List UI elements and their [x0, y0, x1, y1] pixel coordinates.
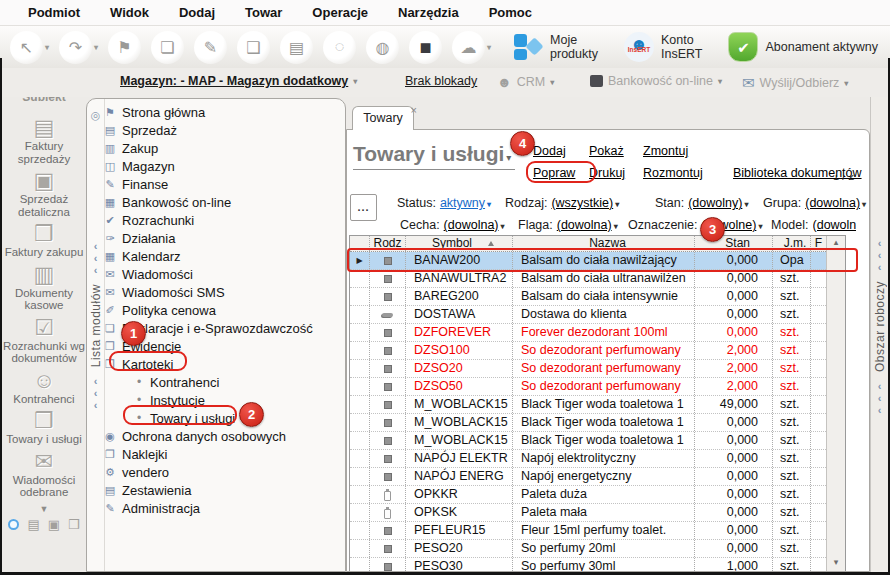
- table-row[interactable]: BANAWULTRA2Balsam do ciała ultranawilżen…: [350, 270, 826, 288]
- module-item-administracja[interactable]: ✎Administracja: [101, 499, 343, 517]
- module-item-kontrahenci[interactable]: •Kontrahenci: [101, 373, 343, 391]
- crm-dropdown[interactable]: ☻CRM▾: [497, 74, 554, 90]
- chevron-left-icon[interactable]: ‹: [878, 237, 882, 249]
- menu-item-narzędzia[interactable]: Narzędzia: [398, 5, 459, 20]
- table-row[interactable]: OPKSKPaleta mała0,000szt.: [350, 504, 826, 522]
- nav-pane-toggle-icon[interactable]: [8, 519, 19, 530]
- chevron-left-icon[interactable]: ‹: [878, 261, 882, 273]
- close-tab-icon[interactable]: ×: [411, 99, 417, 121]
- magazyn-selector[interactable]: Magazyn: - MAP - Magazyn dodatkowy▾: [120, 74, 357, 88]
- table-row[interactable]: NAPÓJ ELEKTRNapój elektrolityczny0,000sz…: [350, 450, 826, 468]
- table-row[interactable]: M_WOBLACK15Black Tiger woda toaletowa 14…: [350, 396, 826, 414]
- filter-status-value[interactable]: aktywny▾: [440, 196, 491, 210]
- sidebar-item-rozrachunki-wg-dokumentow[interactable]: ☑Rozrachunki wg dokumentów: [3, 316, 85, 365]
- chevron-left-icon[interactable]: ‹: [878, 392, 882, 404]
- sidebar-item-dokumenty-kasowe[interactable]: ▥Dokumenty kasowe: [3, 263, 85, 312]
- module-item-zakup[interactable]: ▥Zakup: [101, 139, 343, 157]
- table-row[interactable]: PESO30So perfumy 30ml1,000szt.: [350, 558, 826, 572]
- chevron-left-icon[interactable]: ‹: [878, 404, 882, 416]
- sidebar-item-kontrahenci[interactable]: ☺Kontrahenci: [3, 369, 85, 406]
- sidebar-item-wiadomosci-odebrane[interactable]: ✉Wiadomości odebrane: [3, 450, 85, 499]
- module-item-działania[interactable]: ✑Działania: [101, 229, 343, 247]
- module-item-rozrachunki[interactable]: ✔Rozrachunki: [101, 211, 343, 229]
- mini-sales-icon[interactable]: ▤: [27, 517, 39, 532]
- chevron-left-icon[interactable]: ‹: [878, 380, 882, 392]
- table-row[interactable]: OPKKRPaleta duża0,000szt.: [350, 486, 826, 504]
- menu-item-widok[interactable]: Widok: [110, 5, 149, 20]
- menu-item-towar[interactable]: Towar: [245, 5, 282, 20]
- pin-icon[interactable]: ◎: [91, 109, 101, 122]
- page-title[interactable]: Towary i usługi▾: [353, 142, 515, 170]
- globe-icon[interactable]: ◍: [366, 31, 399, 64]
- session-arrow-icon[interactable]: ↷▾: [59, 31, 98, 64]
- sidebar-item-sprzedaz-detaliczna[interactable]: ▣Sprzedaż detaliczna: [3, 169, 85, 218]
- module-item-kalendarz[interactable]: ▦Kalendarz: [101, 247, 343, 265]
- filter-options-button[interactable]: ...: [350, 194, 377, 221]
- brak-blokady-link[interactable]: Brak blokady: [405, 74, 477, 88]
- cloud-archive-icon[interactable]: ☁▾: [452, 31, 491, 64]
- filter-stan-value[interactable]: (dowolny)▾: [688, 196, 748, 210]
- pokaz-link[interactable]: Pokaż: [589, 144, 624, 158]
- collapse-chevrons[interactable]: ‹‹‹: [94, 375, 98, 411]
- preview-document-icon[interactable]: ❑: [237, 31, 270, 64]
- sidebar-item-faktury-zakupu[interactable]: ❒Faktury zakupu: [3, 222, 85, 259]
- bankowosc-dropdown[interactable]: Bankowość on-line▾: [590, 74, 722, 88]
- collapse-chevrons[interactable]: ‹‹‹: [878, 237, 882, 273]
- chevron-left-icon[interactable]: ‹: [94, 240, 98, 252]
- scroll-down-icon[interactable]: ▾: [827, 557, 845, 567]
- moje-produkty-button[interactable]: Moje produkty: [513, 32, 598, 62]
- sidebar-more-icon[interactable]: ▼: [40, 504, 49, 514]
- edit-document-icon[interactable]: ✎: [194, 31, 227, 64]
- cube-icon[interactable]: ■: [409, 31, 442, 64]
- module-item-bankowość-on-line[interactable]: ▦Bankowość on-line: [101, 193, 343, 211]
- table-row[interactable]: M_WOBLACK15Black Tiger woda toaletowa 10…: [350, 432, 826, 450]
- module-item-magazyn[interactable]: ◫Magazyn: [101, 157, 343, 175]
- printer-icon[interactable]: ▤: [280, 31, 313, 64]
- workspace-panel-strip[interactable]: ‹‹‹ Obszar roboczy ‹‹‹: [870, 97, 888, 572]
- konto-insert-button[interactable]: ☻InsERT Konto InsERT: [624, 32, 702, 62]
- module-item-wiadomości[interactable]: ✉Wiadomości: [101, 265, 343, 283]
- table-row[interactable]: M_WOBLACK15Black Tiger woda toaletowa 10…: [350, 414, 826, 432]
- mini-retail-icon[interactable]: ▣: [48, 517, 60, 532]
- chevron-left-icon[interactable]: ‹: [94, 387, 98, 399]
- dodaj-link[interactable]: Dodaj: [533, 144, 566, 158]
- table-row[interactable]: NAPÓJ ENERGNapój energetyczny0,000szt.: [350, 468, 826, 486]
- filter-model-value[interactable]: (dowoln: [813, 218, 857, 232]
- rozmontuj-link[interactable]: Rozmontuj: [643, 166, 703, 180]
- table-row[interactable]: PESO20So perfumy 20ml0,000szt.: [350, 540, 826, 558]
- table-scrollbar[interactable]: ▴ ▾: [826, 236, 845, 571]
- table-row[interactable]: PEFLEUR15Fleur 15ml perfumy toalet.0,000…: [350, 522, 826, 540]
- module-item-vendero[interactable]: ⚙vendero: [101, 463, 343, 481]
- filter-cecha-value[interactable]: (dowolna)▾: [444, 218, 505, 232]
- tab-towary[interactable]: Towary ×: [352, 106, 414, 130]
- menu-item-podmiot[interactable]: Podmiot: [28, 5, 80, 20]
- menu-item-operacje[interactable]: Operacje: [312, 5, 368, 20]
- table-row[interactable]: DOSTAWADostawa do klienta0,000szt.: [350, 306, 826, 324]
- filter-grupa-value[interactable]: (dowolna)▾: [805, 196, 866, 210]
- filter-flaga-value[interactable]: (dowolna)▾: [557, 218, 618, 232]
- filter-rodzaj-value[interactable]: (wszystkie)▾: [551, 196, 619, 210]
- menu-item-pomoc[interactable]: Pomoc: [489, 5, 532, 20]
- wyslij-odbierz-dropdown[interactable]: ✉Wyślij/Odbierz▾: [742, 74, 848, 92]
- table-row[interactable]: DZSO20So dezodorant perfumowany2,000szt.: [350, 360, 826, 378]
- new-document-icon[interactable]: ❏: [151, 31, 184, 64]
- table-row[interactable]: DZFOREVERForever dezodorant 100ml0,000sz…: [350, 324, 826, 342]
- zmontuj-link[interactable]: Zmontuj: [643, 144, 688, 158]
- module-item-strona-główna[interactable]: ⚑Strona główna: [101, 103, 343, 121]
- collapse-chevrons[interactable]: ‹‹‹: [94, 240, 98, 276]
- loading-dots-icon[interactable]: ◌: [323, 31, 356, 64]
- module-item-wiadomości-sms[interactable]: ✉Wiadomości SMS: [101, 283, 343, 301]
- table-row[interactable]: BAREG200Balsam do ciała intensywnie0,000…: [350, 288, 826, 306]
- module-item-finanse[interactable]: ✎Finanse: [101, 175, 343, 193]
- module-item-polityka-cenowa[interactable]: ✐Polityka cenowa: [101, 301, 343, 319]
- select-cursor-icon[interactable]: ↖▾: [10, 31, 49, 64]
- table-row[interactable]: DZSO100So dezodorant perfumowany2,000szt…: [350, 342, 826, 360]
- chevron-left-icon[interactable]: ‹: [94, 399, 98, 411]
- table-row[interactable]: DZSO50So dezodorant perfumowany2,000szt.: [350, 378, 826, 396]
- module-item-naklejki[interactable]: ❐Naklejki: [101, 445, 343, 463]
- module-item-zestawienia[interactable]: ▤Zestawienia: [101, 481, 343, 499]
- chevron-left-icon[interactable]: ‹: [878, 249, 882, 261]
- chevron-left-icon[interactable]: ‹: [94, 375, 98, 387]
- flag-icon[interactable]: ⚑: [108, 31, 141, 64]
- module-item-sprzedaż[interactable]: ▤Sprzedaż: [101, 121, 343, 139]
